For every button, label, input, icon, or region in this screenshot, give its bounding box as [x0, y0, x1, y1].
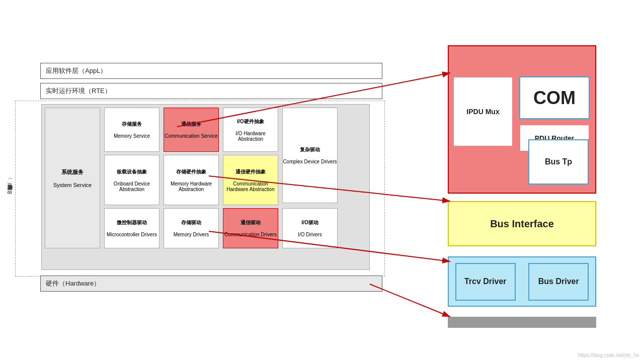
driver-container: Trcv Driver Bus Driver: [448, 256, 596, 307]
microcontroller-cell: 微控制器驱动 Microcontroller Drivers: [104, 208, 159, 248]
gray-bar: [448, 317, 596, 328]
bsw-label: 基础软件层（BSW）: [5, 101, 16, 276]
com-label-block: COM: [519, 76, 590, 119]
comm-hw-abstraction-cell: 通信硬件抽象 Communication Hardware Abstractio…: [223, 155, 278, 205]
onboard-device-cell: 板载设备抽象 Onboard Device Abstraction: [104, 155, 159, 205]
memory-drivers-cell: 存储驱动 Memory Drivers: [164, 208, 219, 248]
system-service-cell: 系统服务 System Service: [45, 108, 100, 248]
rte-bar: 实时运行环境（RTE）: [40, 83, 382, 99]
page-container: 应用软件层（AppL） 实时运行环境（RTE） 基础软件层（BSW） 系统服务 …: [0, 0, 644, 362]
bus-interface-block: Bus Interface: [448, 201, 596, 246]
appl-bar: 应用软件层（AppL）: [40, 63, 382, 79]
comm-service-cell: 通信服务 Communication Service: [164, 108, 219, 152]
hw-bar: 硬件（Hardware）: [40, 276, 382, 292]
ipdu-mux-block: IPDU Mux: [453, 76, 513, 147]
bsw-grid: 系统服务 System Service 存储服务 Memory Service …: [41, 104, 370, 270]
io-drivers-cell: I/O驱动 I/O Drivers: [282, 208, 338, 248]
watermark: https://blog.csdn.net/ytc_hx: [578, 352, 639, 358]
memory-service-cell: 存储服务 Memory Service: [104, 108, 159, 152]
memory-hw-abstraction-cell: 存储硬件抽象 Memory Hardware Abstraction: [164, 155, 219, 205]
comm-drivers-cell: 通信驱动 Communication Drivers: [223, 208, 278, 248]
appl-label: 应用软件层（AppL）: [46, 66, 107, 75]
bus-driver-block: Bus Driver: [528, 263, 589, 301]
rte-label: 实时运行环境（RTE）: [46, 86, 111, 96]
complex-device-cell: 复杂驱动 Complex Device Drivers: [282, 108, 338, 203]
hw-label: 硬件（Hardware）: [46, 279, 100, 288]
bus-tp-block: Bus Tp: [528, 139, 589, 185]
trcv-driver-block: Trcv Driver: [455, 263, 516, 301]
com-outer-block: IPDU Mux COM PDU Router Bus Tp: [448, 45, 596, 194]
io-hw-abstraction-cell: I/O硬件抽象 I/O Hardware Abstraction: [223, 108, 278, 152]
